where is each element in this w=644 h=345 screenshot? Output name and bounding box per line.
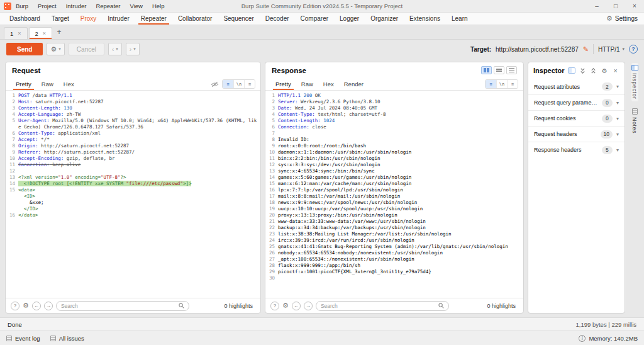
menu-view[interactable]: View	[130, 3, 143, 9]
side-tab-notes[interactable]: Notes	[631, 106, 638, 135]
code-line[interactable]: 4Content-Type: text/html; charset=utf-8	[265, 111, 523, 118]
menu-repeater[interactable]: Repeater	[96, 3, 120, 9]
inspector-section-request-query-parameters[interactable]: Request query parameters0▾	[528, 94, 625, 110]
tab-dashboard[interactable]: Dashboard	[4, 13, 46, 25]
menu-help[interactable]: Help	[152, 3, 165, 9]
menu-project[interactable]: Project	[38, 3, 57, 9]
repeater-tab-2[interactable]: 2×	[29, 27, 53, 39]
layout-columns-icon[interactable]	[481, 66, 492, 74]
code-line[interactable]: 2Host: saturn.picoctf.net:52287	[6, 99, 260, 105]
http-version-dropdown[interactable]: HTTP/1 ▾	[598, 46, 625, 53]
minimize-button[interactable]: –	[587, 0, 606, 13]
wrap-lines-icon[interactable]: ≡	[244, 80, 255, 88]
close-tab-icon[interactable]: ×	[43, 30, 46, 37]
dock-inspector-icon[interactable]	[568, 67, 576, 75]
tab-proxy[interactable]: Proxy	[75, 13, 103, 25]
settings-button[interactable]: ⚙ Settings	[600, 13, 644, 25]
code-line[interactable]: 5User-Agent: Mozilla/5.0 (Windows NT 10.…	[6, 118, 260, 130]
code-line[interactable]: 8Invalid ID:	[265, 137, 523, 143]
code-line[interactable]: 16lp:x:7:7:lp:/var/spool/lpd:/usr/sbin/n…	[265, 187, 523, 193]
code-line[interactable]: 9root:x:0:0:root:/root:/bin/bash	[265, 143, 523, 149]
close-inspector-icon[interactable]: ×	[612, 67, 620, 75]
chevron-down-icon[interactable]: ▾	[616, 100, 619, 106]
tab-collaborator[interactable]: Collaborator	[172, 13, 218, 25]
response-search-input[interactable]	[321, 303, 436, 309]
inspector-section-request-attributes[interactable]: Request attributes2▾	[528, 79, 625, 94]
next-match-icon[interactable]: →	[44, 302, 53, 310]
maximize-button[interactable]: □	[606, 0, 625, 13]
close-tab-icon[interactable]: ×	[18, 30, 21, 37]
code-line[interactable]: 3Date: Wed, 24 Jul 2024 08:40:05 GMT	[265, 105, 523, 111]
send-button[interactable]: Send	[6, 43, 43, 55]
chevron-down-icon[interactable]: ▾	[616, 132, 619, 137]
code-line[interactable]: 7	[265, 130, 523, 137]
tab-hex[interactable]: Hex	[58, 78, 79, 90]
inspector-settings-icon[interactable]: ⚙	[601, 67, 609, 75]
code-line[interactable]: 13<?xml version="1.0" encoding="UTF-8"?>	[6, 174, 260, 181]
code-line[interactable]: 16</data>	[6, 212, 260, 218]
code-line[interactable]: 1POST /data HTTP/1.1	[6, 93, 260, 99]
tab-repeater[interactable]: Repeater	[135, 13, 172, 25]
code-line[interactable]: 14 <!DOCTYPE root [<!ENTITY xxe SYSTEM "…	[6, 181, 260, 187]
code-line[interactable]: 26nobody:x:65534:65534:nobody:/nonexiste…	[265, 250, 523, 256]
history-forward-button[interactable]: › ▾	[126, 43, 140, 55]
search-settings-icon[interactable]: ⚙	[282, 302, 289, 309]
code-line[interactable]: <ID>	[6, 193, 260, 200]
code-line[interactable]: 23list:x:38:38:Mailing List Manager:/var…	[265, 231, 523, 237]
previous-match-icon[interactable]: ←	[292, 302, 301, 310]
code-line[interactable]: 29picoctf:x:1001:picoCTF{XML_3xtern@l_3n…	[265, 269, 523, 275]
layout-tabs-icon[interactable]	[506, 66, 517, 74]
code-line[interactable]: 5Content-Length: 1024	[265, 118, 523, 124]
code-line[interactable]: 6Content-Type: application/xml	[6, 130, 260, 137]
side-tab-inspector[interactable]: Inspector	[631, 63, 638, 101]
code-line[interactable]: 27_apt:x:100:65534::/nonexistent:/usr/sb…	[265, 256, 523, 263]
repeater-tab-1[interactable]: 1×	[4, 27, 28, 39]
code-line[interactable]: 24irc:x:39:39:ircd:/var/run/ircd:/usr/sb…	[265, 237, 523, 244]
code-line[interactable]: 15man:x:6:12:man:/var/cache/man:/usr/sbi…	[265, 181, 523, 187]
code-line[interactable]: 14games:x:5:60:games:/usr/games:/usr/sbi…	[265, 174, 523, 181]
code-line[interactable]: 8Origin: http://saturn.picoctf.net:52287	[6, 143, 260, 149]
tab-extensions[interactable]: Extensions	[404, 13, 446, 25]
code-line[interactable]: 22backup:x:34:34:backup:/var/backups:/us…	[265, 225, 523, 231]
tab-intruder[interactable]: Intruder	[102, 13, 135, 25]
tab-target[interactable]: Target	[46, 13, 75, 25]
search-help-icon[interactable]: ?	[270, 302, 279, 310]
tab-render[interactable]: Render	[339, 78, 369, 90]
expand-all-icon[interactable]	[579, 67, 587, 75]
all-issues-button[interactable]: All issues	[50, 335, 84, 342]
cancel-button[interactable]: Cancel	[69, 43, 104, 55]
tab-raw[interactable]: Raw	[296, 78, 318, 90]
close-button[interactable]: ×	[625, 0, 644, 13]
add-tab-button[interactable]: +	[53, 26, 65, 38]
search-settings-icon[interactable]: ⚙	[23, 302, 29, 309]
code-line[interactable]: 17mail:x:8:8:mail:/var/mail:/usr/sbin/no…	[265, 193, 523, 200]
code-line[interactable]: </ID>	[6, 206, 260, 212]
send-options-button[interactable]: ⚙ ▾	[47, 43, 64, 55]
response-viewer[interactable]: 1HTTP/1.1 200 OK2Server: Werkzeug/2.3.6 …	[265, 91, 523, 298]
code-line[interactable]: 15<data>	[6, 187, 260, 193]
code-line[interactable]: 2Server: Werkzeug/2.3.6 Python/3.8.10	[265, 99, 523, 105]
tab-sequencer[interactable]: Sequencer	[218, 13, 259, 25]
request-search-input[interactable]	[61, 303, 176, 309]
code-line[interactable]: 13sync:x:4:65534:sync:/bin:/bin/sync	[265, 168, 523, 174]
code-line[interactable]: 12sys:x:3:3:sys:/dev:/usr/sbin/nologin	[265, 162, 523, 168]
menu-intruder[interactable]: Intruder	[66, 3, 87, 9]
tab-logger[interactable]: Logger	[334, 13, 365, 25]
code-line[interactable]: 3Content-Length: 130	[6, 105, 260, 111]
tab-decoder[interactable]: Decoder	[260, 13, 295, 25]
tab-organizer[interactable]: Organizer	[365, 13, 404, 25]
code-line[interactable]: 11bin:x:2:2:bin:/bin:/usr/sbin/nologin	[265, 156, 523, 162]
code-line[interactable]: 19uucp:x:10:10:uucp:/var/spool/uucp:/usr…	[265, 206, 523, 212]
code-line[interactable]: 10daemon:x:1:1:daemon:/usr/sbin:/usr/sbi…	[265, 149, 523, 156]
newline-icon[interactable]: \n	[496, 80, 507, 88]
code-line[interactable]: 25gnats:x:41:41:Gnats Bug-Reporting Syst…	[265, 244, 523, 250]
request-editor[interactable]: 1POST /data HTTP/1.12Host: saturn.picoct…	[6, 91, 260, 298]
inspector-section-response-headers[interactable]: Response headers5▾	[528, 142, 625, 157]
previous-match-icon[interactable]: ←	[32, 302, 41, 310]
chevron-down-icon[interactable]: ▾	[616, 116, 619, 122]
edit-target-icon[interactable]: ✎	[583, 45, 589, 54]
next-match-icon[interactable]: →	[304, 302, 313, 310]
code-line[interactable]: 4Accept-Language: zh-TW	[6, 111, 260, 118]
newline-icon[interactable]: \n	[233, 80, 244, 88]
layout-rows-icon[interactable]	[494, 66, 504, 74]
